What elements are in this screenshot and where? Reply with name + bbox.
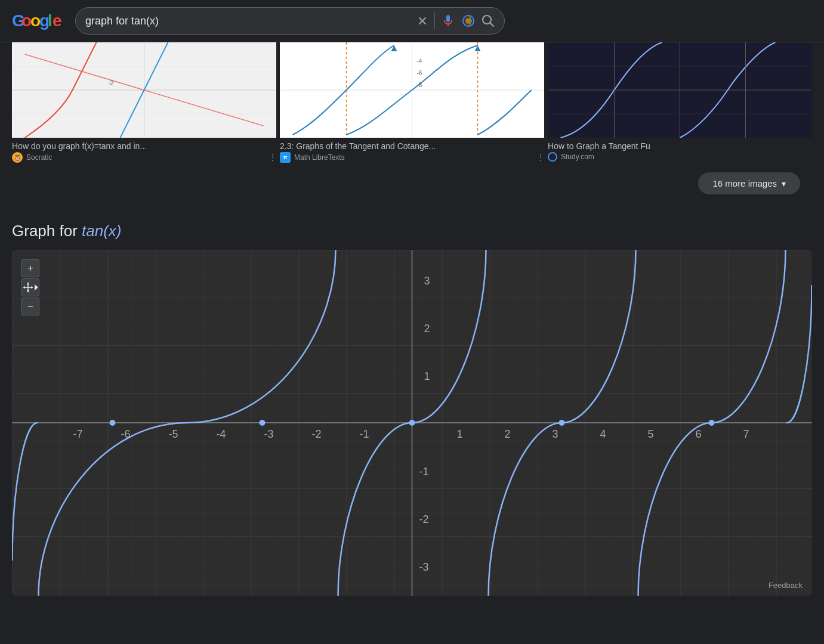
thumbnail-item-1[interactable]: -2 How do you graph f(x)=tanx and in... … [12,42,276,168]
search-input[interactable] [85,15,411,27]
svg-text:1: 1 [424,370,430,382]
thumb-image-2: -4 -6 -8 [280,42,544,138]
svg-text:-5: -5 [168,428,178,440]
svg-marker-39 [35,284,38,290]
thumb-image-1: -2 [12,42,276,138]
search-icons [416,13,495,29]
svg-point-65 [409,420,415,426]
svg-text:e: e [53,11,62,30]
thumbnail-item-2[interactable]: -4 -6 -8 2.3: Graphs of the Tangent and … [280,42,544,168]
svg-text:-8: -8 [417,82,422,88]
move-button[interactable] [21,278,39,296]
svg-text:-6: -6 [417,70,422,76]
thumbnails-row: -2 How do you graph f(x)=tanx and in... … [0,42,824,168]
svg-text:-7: -7 [73,428,82,440]
svg-text:-4: -4 [417,58,422,64]
thumb-source-3: Study.com [548,152,812,166]
lens-button[interactable] [461,14,476,28]
svg-text:l: l [48,11,53,30]
graph-title-prefix: Graph for [12,222,82,240]
clear-button[interactable] [416,15,428,27]
svg-text:-1: -1 [419,466,429,478]
thumb-more-2[interactable]: ⋮ [537,153,544,162]
more-images-container: 16 more images ▾ [0,168,824,216]
svg-text:3: 3 [424,275,430,287]
svg-marker-37 [23,286,25,289]
zoom-out-button[interactable]: − [21,298,39,315]
source-name-3: Study.com [561,153,594,161]
svg-text:3: 3 [552,428,558,440]
svg-text:2: 2 [424,323,430,335]
thumb-label-2: 2.3: Graphs of the Tangent and Cotange..… [280,138,544,152]
graph-title-highlight: tan(x) [82,222,121,240]
thumb-more-1[interactable]: ⋮ [269,153,276,162]
graph-svg: -7 -6 -5 -4 -3 -2 -1 1 2 3 4 5 6 7 3 2 1… [12,250,812,596]
search-icon [482,14,495,27]
svg-marker-38 [31,286,33,289]
svg-text:-3: -3 [419,561,429,573]
svg-line-10 [490,23,494,27]
search-bar[interactable] [75,7,505,35]
svg-point-69 [110,420,116,426]
svg-point-66 [559,420,565,426]
svg-text:1: 1 [456,428,462,440]
svg-marker-36 [27,290,29,293]
svg-text:-2: -2 [109,80,114,86]
search-button[interactable] [482,14,495,27]
svg-text:5: 5 [647,428,653,440]
chevron-down-icon: ▾ [782,179,786,188]
feedback-label[interactable]: Feedback [769,581,803,590]
source-name-2: Math LibreTexts [294,153,345,162]
arrow-right-icon [35,284,38,290]
graph-container: + − [12,250,812,596]
zoom-in-button[interactable]: + [21,259,39,277]
graph-controls: + − [21,259,39,315]
google-logo: G o o g l e [12,10,67,32]
more-images-button[interactable]: 16 more images ▾ [698,172,800,194]
svg-text:7: 7 [743,428,749,440]
graph-title: Graph for tan(x) [12,216,812,240]
header: G o o g l e [0,0,824,42]
svg-marker-35 [27,282,29,284]
graph-section: Graph for tan(x) + − [0,216,824,608]
svg-text:-2: -2 [419,513,429,525]
svg-point-68 [709,420,715,426]
thumb-image-3 [548,42,812,138]
libretexts-icon: π [280,152,291,163]
svg-point-6 [447,16,449,18]
svg-text:-2: -2 [311,428,321,440]
thumb-label-1: How do you graph f(x)=tanx and in... [12,138,276,152]
socratic-icon: 🦉 [12,152,23,163]
svg-text:6: 6 [695,428,701,440]
svg-text:2: 2 [504,428,510,440]
studycom-icon [548,152,557,162]
thumb-label-3: How to Graph a Tangent Fu [548,138,812,152]
thumb-source-1: 🦉 Socratic ⋮ [12,152,276,168]
svg-text:-3: -3 [264,428,273,440]
thumbnail-item-3[interactable]: How to Graph a Tangent Fu Study.com [548,42,812,168]
svg-text:-1: -1 [359,428,369,440]
lens-icon [461,14,476,28]
move-icon [23,282,33,293]
more-images-label: 16 more images [712,178,777,188]
thumb-source-2: π Math LibreTexts ⋮ [280,152,544,168]
voice-search-button[interactable] [441,14,455,28]
svg-text:-4: -4 [216,428,226,440]
search-divider [434,13,435,29]
svg-point-67 [260,420,266,426]
clear-icon [416,15,428,27]
svg-text:4: 4 [600,428,606,440]
microphone-icon [441,14,455,28]
source-name-1: Socratic [26,153,52,162]
